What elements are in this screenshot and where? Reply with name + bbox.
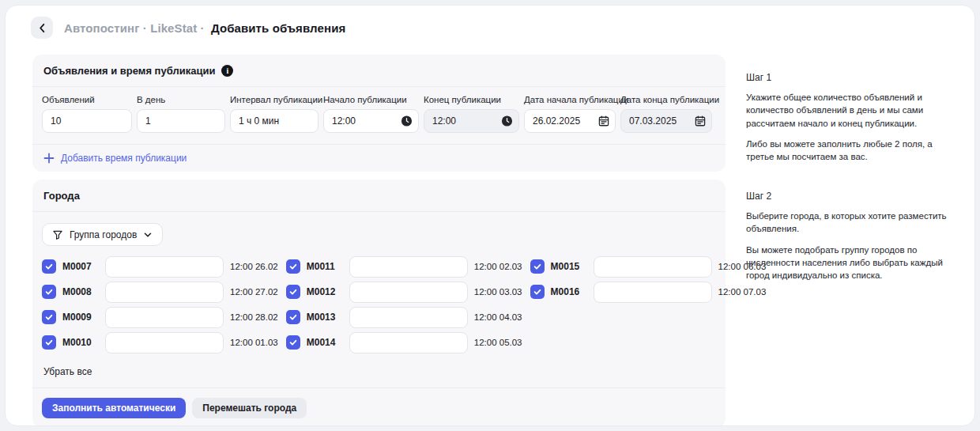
page-title: Добавить объявления <box>211 21 345 35</box>
city-publish-time: 12:00 28.02 <box>230 312 278 322</box>
add-publication-time-label: Добавить время публикации <box>61 153 187 164</box>
field-ads-count: Объявлений <box>42 95 132 133</box>
field-per-day-label: В день <box>137 95 225 104</box>
form-column: Объявления и время публикации i Объявлен… <box>32 55 726 426</box>
cities-panel-title: Города <box>43 190 80 202</box>
city-code-label: M0012 <box>307 286 343 297</box>
city-row: M0010 12:00 01.03 <box>42 330 278 355</box>
checkmark-icon <box>533 262 542 271</box>
funnel-icon <box>52 229 63 240</box>
breadcrumb-parents: Автопостинг · LikeStat · <box>64 21 205 35</box>
city-code-label: M0008 <box>62 286 99 297</box>
plus-icon <box>43 153 55 164</box>
city-name-input[interactable] <box>105 256 224 278</box>
field-end-time-label: Конец публикации <box>424 95 519 104</box>
city-code-label: M0016 <box>551 286 587 297</box>
city-name-input[interactable] <box>594 256 712 278</box>
help-column: Шаг 1 Укажите общее количество объявлени… <box>726 55 959 426</box>
city-checkbox[interactable] <box>530 259 545 274</box>
field-start-time-label: Начало публикации <box>323 95 419 104</box>
field-ads-count-label: Объявлений <box>42 95 132 104</box>
content-area: Объявления и время публикации i Объявлен… <box>6 39 974 426</box>
city-checkbox[interactable] <box>286 285 300 299</box>
city-checkbox[interactable] <box>286 259 300 274</box>
checkmark-icon <box>44 287 54 297</box>
publication-panel: Объявления и время публикации i Объявлен… <box>32 55 726 172</box>
field-per-day: В день <box>137 95 225 133</box>
city-checkbox[interactable] <box>286 310 300 324</box>
city-code-label: M0007 <box>62 261 99 272</box>
publication-panel-header: Объявления и время публикации i <box>32 55 726 87</box>
help-step-1: Шаг 1 Укажите общее количество объявлени… <box>746 72 953 172</box>
city-checkbox[interactable] <box>42 335 56 350</box>
help-step-1-paragraph: Либо вы можете заполнить любые 2 поля, а… <box>746 138 953 164</box>
city-group-dropdown[interactable]: Группа городов <box>42 223 163 246</box>
breadcrumb: Автопостинг · LikeStat · Добавить объявл… <box>64 21 345 35</box>
calendar-icon[interactable] <box>598 115 609 127</box>
checkmark-icon <box>533 287 542 297</box>
checkmark-icon <box>288 338 298 347</box>
checkmark-icon <box>44 312 54 322</box>
city-publish-time: 12:00 01.03 <box>230 338 278 347</box>
actions-row: Заполнить автоматически Перемешать город… <box>32 388 726 426</box>
city-code-label: M0009 <box>62 312 99 323</box>
checkmark-icon <box>288 287 298 297</box>
field-end-date-label: Дата конца публикации <box>620 95 712 104</box>
per-day-input[interactable] <box>137 109 225 133</box>
city-name-input[interactable] <box>105 282 224 303</box>
city-row: M0013 12:00 04.03 <box>286 304 522 330</box>
city-checkbox[interactable] <box>42 310 56 324</box>
city-group-dropdown-label: Группа городов <box>70 229 137 240</box>
city-publish-time: 12:00 05.03 <box>474 338 522 347</box>
city-name-input[interactable] <box>349 282 468 303</box>
city-code-label: M0014 <box>307 337 343 348</box>
page-header: Автопостинг · LikeStat · Добавить объявл… <box>6 6 974 39</box>
shuffle-cities-button[interactable]: Перемешать города <box>192 398 307 418</box>
city-publish-time: 12:00 02.03 <box>474 262 522 271</box>
city-code-label: M0015 <box>551 261 587 272</box>
help-step-1-title: Шаг 1 <box>746 72 953 83</box>
city-name-input[interactable] <box>105 307 224 328</box>
ads-count-input[interactable] <box>42 109 132 133</box>
city-checkbox[interactable] <box>42 285 56 299</box>
cities-group-row: Группа городов <box>32 212 726 246</box>
city-checkbox[interactable] <box>530 285 545 299</box>
field-end-time: Конец публикации <box>424 95 519 133</box>
field-end-date: Дата конца публикации <box>620 95 712 133</box>
checkmark-icon <box>288 312 298 322</box>
info-icon[interactable]: i <box>221 65 233 77</box>
city-code-label: M0010 <box>62 337 99 348</box>
interval-input[interactable] <box>230 109 318 133</box>
city-row: M0012 12:00 03.03 <box>286 279 522 304</box>
city-name-input[interactable] <box>349 307 468 328</box>
publication-panel-title: Объявления и время публикации <box>43 65 215 77</box>
chevron-down-icon <box>143 230 153 240</box>
city-name-input[interactable] <box>349 332 468 353</box>
city-name-input[interactable] <box>105 332 224 353</box>
clock-icon[interactable] <box>401 115 413 127</box>
city-checkbox[interactable] <box>286 335 300 350</box>
field-interval: Интервал публикации <box>230 95 318 133</box>
field-start-date-label: Дата начала публикации <box>524 95 616 104</box>
city-name-input[interactable] <box>349 256 468 278</box>
publication-fields-row: Объявлений В день Интервал публикации <box>32 87 726 145</box>
fill-automatically-button[interactable]: Заполнить автоматически <box>42 398 186 418</box>
city-row: M0011 12:00 02.03 <box>286 254 522 279</box>
add-publication-time-button[interactable]: Добавить время публикации <box>32 145 726 172</box>
city-checkbox[interactable] <box>42 259 56 274</box>
back-button[interactable] <box>31 17 53 39</box>
page-card: Автопостинг · LikeStat · Добавить объявл… <box>5 5 975 426</box>
chevron-left-icon <box>37 23 47 33</box>
help-step-2: Шаг 2 Выберите города, в которых хотите … <box>746 191 953 290</box>
help-step-1-paragraph: Укажите общее количество объявлений и ко… <box>746 91 953 130</box>
clear-all-button[interactable]: Убрать все <box>43 366 92 377</box>
checkmark-icon <box>44 262 54 271</box>
city-row: M0014 12:00 05.03 <box>286 330 522 355</box>
city-grid: M0007 12:00 26.02 M0008 12:00 27.02 M000… <box>32 246 726 355</box>
city-publish-time: 12:00 27.02 <box>230 287 278 297</box>
city-row: M0007 12:00 26.02 <box>42 254 278 279</box>
clock-icon[interactable] <box>501 115 513 127</box>
field-start-date: Дата начала публикации <box>524 95 616 133</box>
city-name-input[interactable] <box>594 282 712 303</box>
calendar-icon[interactable] <box>695 115 706 127</box>
